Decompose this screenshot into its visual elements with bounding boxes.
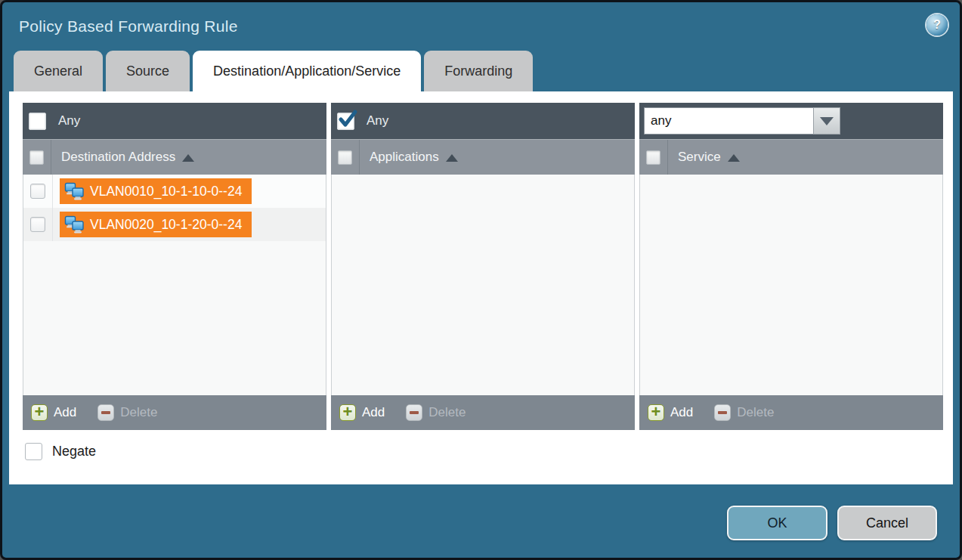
add-button[interactable]: + Add (648, 404, 693, 421)
add-button[interactable]: + Add (339, 404, 385, 421)
sort-ascending-icon[interactable] (446, 154, 458, 162)
applications-select-all-checkbox[interactable] (338, 150, 352, 165)
service-footer: + Add Delete (639, 395, 943, 430)
applications-footer: + Add Delete (331, 395, 635, 430)
service-dropdown-button[interactable] (813, 107, 840, 135)
ok-button[interactable]: OK (727, 506, 827, 540)
destination-any-header: Any (23, 103, 326, 139)
applications-any-label: Any (367, 113, 388, 128)
tab-general[interactable]: General (14, 51, 103, 91)
add-icon: + (339, 404, 356, 421)
delete-icon (714, 404, 731, 421)
applications-header-label[interactable]: Applications (370, 150, 439, 165)
dialog-title: Policy Based Forwarding Rule (19, 17, 238, 36)
address-object-icon (64, 182, 85, 201)
delete-button[interactable]: Delete (97, 404, 157, 421)
service-dropdown-input[interactable] (644, 107, 813, 135)
chevron-down-icon (820, 117, 834, 125)
negate-label: Negate (52, 444, 96, 459)
tab-destination-application-service[interactable]: Destination/Application/Service (193, 51, 421, 91)
service-column: Service + Add Delete (639, 103, 943, 430)
delete-icon (97, 404, 114, 421)
delete-icon (406, 404, 422, 421)
destination-select-all-checkbox[interactable] (29, 150, 44, 165)
applications-column: Any Applications + Add (331, 103, 635, 430)
applications-list (331, 175, 635, 395)
destination-any-checkbox[interactable] (29, 113, 46, 130)
negate-row: Negate (25, 443, 953, 460)
add-button[interactable]: + Add (31, 404, 76, 421)
negate-checkbox[interactable] (25, 443, 42, 460)
tab-bar: General Source Destination/Application/S… (2, 51, 960, 91)
destination-any-label: Any (58, 113, 80, 128)
address-name: VLAN0020_10-1-20-0--24 (90, 217, 242, 233)
tab-source[interactable]: Source (106, 51, 190, 91)
row-checkbox[interactable] (30, 184, 45, 199)
sort-ascending-icon[interactable] (182, 154, 194, 162)
table-row[interactable]: VLAN0020_10-1-20-0--24 (23, 208, 326, 241)
service-select-all-checkbox[interactable] (646, 150, 660, 165)
applications-column-header: Applications (331, 139, 635, 175)
destination-column-header: Destination Address (23, 139, 326, 175)
delete-button[interactable]: Delete (714, 404, 774, 421)
table-row[interactable]: VLAN0010_10-1-10-0--24 (23, 175, 326, 208)
address-name: VLAN0010_10-1-10-0--24 (90, 184, 242, 200)
applications-any-header: Any (331, 103, 635, 139)
address-object-icon (64, 215, 85, 234)
dialog-footer: OK Cancel (727, 506, 937, 540)
destination-address-list: VLAN0010_10-1-10-0--24 VLAN0020_10-1-20 (23, 175, 326, 395)
add-icon: + (648, 404, 664, 421)
address-object-chip[interactable]: VLAN0020_10-1-20-0--24 (60, 212, 252, 237)
help-icon[interactable]: ? (926, 14, 948, 36)
service-header-label[interactable]: Service (678, 150, 721, 165)
dialog-titlebar: Policy Based Forwarding Rule ? (2, 2, 960, 51)
tab-forwarding[interactable]: Forwarding (424, 51, 533, 91)
applications-any-checkbox[interactable] (337, 113, 354, 130)
row-checkbox[interactable] (30, 217, 45, 232)
checkmark-icon (337, 108, 360, 131)
destination-address-column: Any Destination Address (23, 103, 326, 430)
service-dropdown-header (639, 103, 943, 139)
destination-header-label[interactable]: Destination Address (61, 150, 175, 165)
add-icon: + (31, 404, 48, 421)
tab-panel: Any Destination Address (9, 91, 953, 484)
sort-ascending-icon[interactable] (728, 154, 740, 162)
policy-based-forwarding-dialog: Policy Based Forwarding Rule ? General S… (0, 0, 962, 560)
address-object-chip[interactable]: VLAN0010_10-1-10-0--24 (60, 178, 252, 204)
cancel-button[interactable]: Cancel (837, 506, 937, 540)
service-column-header: Service (639, 139, 943, 175)
delete-button[interactable]: Delete (406, 404, 466, 421)
service-list (639, 175, 943, 395)
destination-footer: + Add Delete (23, 395, 326, 430)
